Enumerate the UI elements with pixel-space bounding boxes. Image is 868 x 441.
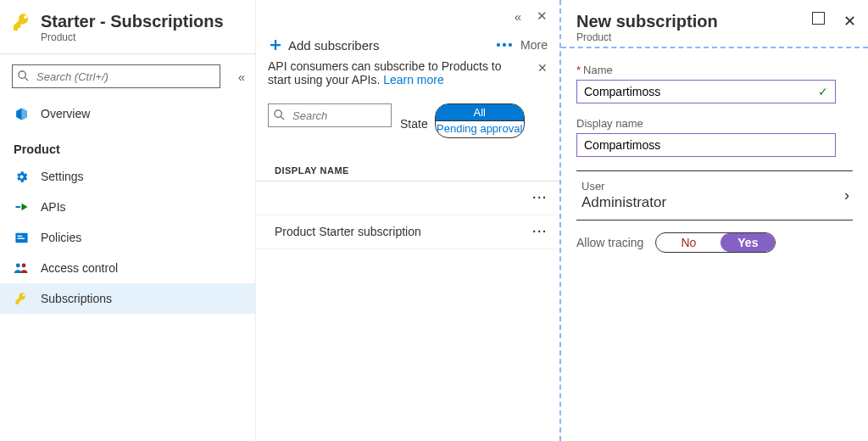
dismiss-info-icon[interactable]: ✕ xyxy=(537,61,548,75)
left-pane: Starter - Subscriptions Product « Overvi… xyxy=(0,0,256,441)
svg-point-5 xyxy=(16,264,20,268)
middle-pane: « ✕ Add subscribers ••• More API consume… xyxy=(256,0,561,441)
close-icon[interactable]: ✕ xyxy=(843,12,856,31)
nav-label: Settings xyxy=(41,170,84,183)
svg-rect-4 xyxy=(17,237,25,238)
allow-tracing-label: Allow tracing xyxy=(576,236,643,249)
svg-point-6 xyxy=(22,264,26,268)
section-header: Product xyxy=(0,129,255,161)
panel-body: *Name ✓ Display name User Administrator … xyxy=(561,47,868,268)
add-subscribers-button[interactable]: Add subscribers xyxy=(268,37,380,53)
svg-line-1 xyxy=(25,77,28,81)
nav-label: Policies xyxy=(41,231,81,244)
toolbar: Add subscribers ••• More xyxy=(256,24,559,59)
table-row[interactable]: Product Starter subscription ··· xyxy=(256,215,559,249)
cube-icon xyxy=(14,106,29,121)
user-value: Administrator xyxy=(581,194,666,211)
apis-icon xyxy=(14,199,29,215)
nav-label: Subscriptions xyxy=(41,292,112,305)
state-all-button[interactable]: All xyxy=(436,104,524,121)
gear-icon xyxy=(14,169,29,184)
table-row[interactable]: ··· xyxy=(256,181,559,215)
nav-label: APIs xyxy=(41,200,66,214)
more-button[interactable]: ••• More xyxy=(497,38,548,52)
plus-icon xyxy=(268,37,283,53)
blade-title: Starter - Subscriptions xyxy=(41,12,224,31)
svg-point-7 xyxy=(275,110,281,117)
allow-tracing-row: Allow tracing No Yes xyxy=(576,232,853,253)
blade-subtitle: Product xyxy=(41,31,224,43)
row-name: Product Starter subscription xyxy=(275,225,421,238)
menu-search-input[interactable] xyxy=(12,64,220,88)
key-icon xyxy=(12,12,32,32)
nav-subscriptions[interactable]: Subscriptions xyxy=(0,283,255,314)
right-pane: New subscription Product ✕ *Name ✓ Displ… xyxy=(561,0,868,441)
subscription-search-input[interactable] xyxy=(268,103,392,127)
add-label: Add subscribers xyxy=(288,38,380,53)
divider xyxy=(0,53,255,54)
subscription-search xyxy=(268,103,392,127)
name-field[interactable]: ✓ xyxy=(576,80,836,103)
state-toggle: All Pending approval xyxy=(435,103,525,138)
search-icon xyxy=(273,109,286,121)
display-name-label: Display name xyxy=(576,117,853,130)
panel-title: New subscription xyxy=(576,12,718,31)
allow-tracing-toggle[interactable]: No Yes xyxy=(655,232,776,253)
panel-subtitle: Product xyxy=(576,31,718,43)
nav-policies[interactable]: Policies xyxy=(0,222,255,253)
nav-settings[interactable]: Settings xyxy=(0,161,255,192)
dots-icon: ••• xyxy=(497,38,515,52)
row-menu-icon[interactable]: ··· xyxy=(532,191,548,204)
state-pending-button[interactable]: Pending approval xyxy=(436,121,524,137)
display-name-field[interactable] xyxy=(576,133,836,157)
right-header: New subscription Product ✕ xyxy=(561,0,868,47)
svg-rect-3 xyxy=(17,235,22,236)
user-selector[interactable]: User Administrator › xyxy=(576,170,853,220)
info-banner: API consumers can subscribe to Products … xyxy=(256,59,559,87)
svg-line-8 xyxy=(281,116,284,120)
nav-label: Access control xyxy=(41,261,118,275)
state-label: State xyxy=(400,117,428,131)
filter-row: State All Pending approval xyxy=(256,87,559,142)
close-icon[interactable]: ✕ xyxy=(537,8,548,24)
learn-more-link[interactable]: Learn more xyxy=(383,73,444,87)
name-label: *Name xyxy=(576,64,853,76)
collapse-menu-icon[interactable]: « xyxy=(238,70,245,84)
toggle-no: No xyxy=(656,236,721,249)
middle-top-controls: « ✕ xyxy=(256,0,559,24)
column-header: DISPLAY NAME xyxy=(256,142,559,181)
check-icon: ✓ xyxy=(818,85,828,98)
display-name-input[interactable] xyxy=(584,138,828,152)
key-icon xyxy=(14,291,29,306)
chevron-right-icon: › xyxy=(844,187,849,204)
minimize-icon[interactable]: « xyxy=(515,9,521,24)
toggle-yes: Yes xyxy=(721,233,775,252)
user-label: User xyxy=(581,180,666,193)
policies-icon xyxy=(14,230,29,245)
nav-overview[interactable]: Overview xyxy=(0,98,255,129)
search-icon xyxy=(17,70,30,82)
maximize-icon[interactable] xyxy=(812,12,825,25)
row-menu-icon[interactable]: ··· xyxy=(532,225,548,238)
blade-header: Starter - Subscriptions Product xyxy=(0,0,255,45)
people-icon xyxy=(14,260,29,276)
nav-label: Overview xyxy=(41,107,90,120)
svg-point-0 xyxy=(19,71,25,78)
menu-search-row: « xyxy=(12,64,243,88)
nav-apis[interactable]: APIs xyxy=(0,192,255,222)
name-input[interactable] xyxy=(584,85,813,98)
required-icon: * xyxy=(576,64,581,76)
more-label: More xyxy=(520,38,548,52)
nav-access-control[interactable]: Access control xyxy=(0,253,255,283)
